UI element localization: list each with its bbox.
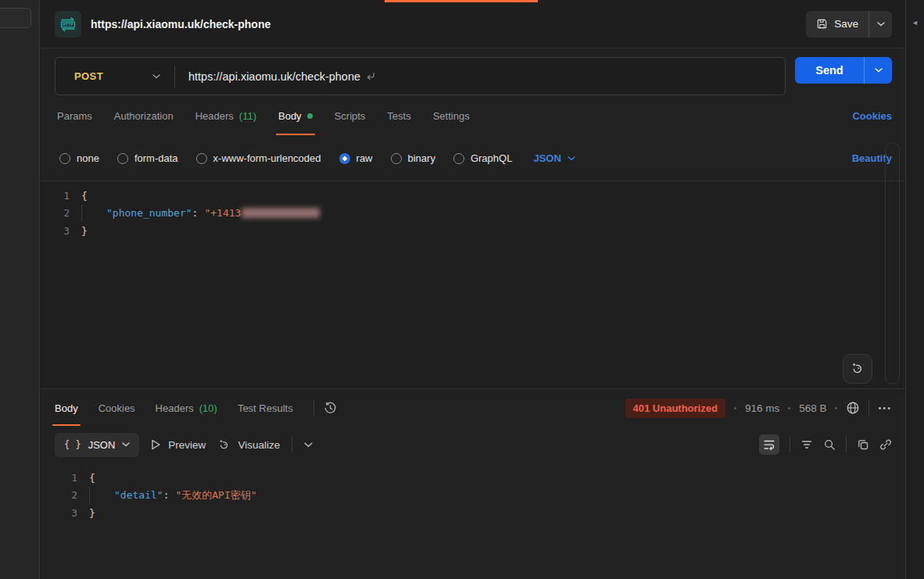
history-clock-icon	[324, 402, 337, 415]
postbot-button[interactable]	[843, 354, 872, 384]
radio-icon	[391, 153, 402, 164]
play-icon	[151, 439, 161, 450]
mode-form-data[interactable]: form-data	[117, 152, 178, 164]
send-options-caret[interactable]	[864, 57, 892, 84]
tab-tests[interactable]: Tests	[387, 95, 410, 136]
url-input-box: POST https://api.xiaomu.uk/check-phone	[55, 57, 786, 95]
body-mode-row: none form-data x-www-form-urlencoded raw…	[41, 136, 905, 180]
save-options-caret[interactable]	[868, 11, 892, 38]
link-button[interactable]	[879, 438, 892, 451]
more-actions-button[interactable]: •••	[878, 403, 892, 413]
redacted-phone-digits	[242, 208, 320, 218]
tab-params[interactable]: Params	[57, 95, 92, 136]
save-icon	[816, 18, 828, 30]
response-tab-headers[interactable]: Headers (10)	[156, 389, 217, 427]
request-tabs-bar: Params Authorization Headers (11) Body S…	[41, 95, 905, 136]
visualize-sparkle-icon	[217, 438, 231, 452]
mode-graphql[interactable]: GraphQL	[453, 152, 512, 164]
tab-settings[interactable]: Settings	[433, 95, 470, 136]
request-url-row: POST https://api.xiaomu.uk/check-phone S…	[41, 48, 905, 95]
request-header-bar: HTTP https://api.xiaomu.uk/check-phone S…	[41, 0, 905, 48]
chevron-down-icon	[152, 74, 160, 79]
response-history-button[interactable]	[324, 402, 337, 415]
save-button[interactable]: Save	[806, 11, 868, 38]
filter-button[interactable]	[800, 438, 813, 451]
response-headers-count-badge: (10)	[199, 402, 217, 414]
svg-text:HTTP: HTTP	[63, 22, 73, 27]
radio-icon	[196, 153, 207, 164]
body-modified-dot	[307, 113, 313, 119]
raw-language-select[interactable]: JSON	[533, 152, 575, 164]
mode-x-www-form-urlencoded[interactable]: x-www-form-urlencoded	[196, 152, 321, 164]
response-panel: Body Cookies Headers (10) Test Results 4…	[41, 388, 905, 579]
response-tabs-bar: Body Cookies Headers (10) Test Results 4…	[41, 389, 905, 427]
cookies-link[interactable]: Cookies	[852, 110, 892, 122]
status-badge[interactable]: 401 Unauthorized	[625, 399, 725, 418]
wrap-text-icon	[763, 438, 775, 451]
radio-icon	[453, 153, 464, 164]
code-line: 1 {	[41, 187, 905, 205]
filter-icon	[800, 438, 813, 451]
editor-scrollbar-track[interactable]	[885, 142, 900, 384]
wrap-text-button[interactable]	[759, 434, 779, 455]
response-body-editor[interactable]: 1 { 2 "detail" : "无效的API密钥" 3 }	[41, 463, 905, 579]
divider	[313, 400, 314, 416]
sidebar-collapsed-item[interactable]	[0, 8, 31, 28]
http-request-icon: HTTP	[55, 11, 81, 38]
response-tab-test-results[interactable]: Test Results	[238, 389, 293, 427]
chevron-down-icon	[122, 442, 130, 447]
left-sidebar-rail	[0, 0, 40, 579]
url-input[interactable]: https://api.xiaomu.uk/check-phone	[175, 70, 375, 83]
headers-count-badge: (11)	[239, 110, 256, 122]
separator-dot	[788, 407, 790, 409]
collapse-panel-arrow-icon[interactable]: ◄	[911, 19, 919, 27]
preview-button[interactable]: Preview	[151, 439, 206, 451]
mode-none[interactable]: none	[59, 152, 99, 164]
copy-button[interactable]	[857, 438, 869, 451]
json-key: "phone_number"	[106, 207, 192, 219]
chevron-down-icon	[568, 156, 575, 161]
json-key: "detail"	[114, 489, 163, 501]
divider	[790, 437, 790, 452]
mode-raw[interactable]: raw	[339, 152, 373, 164]
response-size[interactable]: 568 B	[799, 402, 826, 414]
active-window-tab-indicator	[385, 0, 538, 2]
network-info-button[interactable]	[846, 401, 860, 415]
mode-binary[interactable]: binary	[391, 152, 435, 164]
divider	[292, 437, 292, 452]
tab-authorization[interactable]: Authorization	[114, 95, 174, 136]
search-button[interactable]	[823, 438, 836, 451]
request-body-editor[interactable]: 1 { 2 "phone_number" : "+1413 3 }	[41, 180, 905, 388]
radio-selected-icon	[339, 153, 350, 164]
radio-icon	[117, 153, 128, 164]
tab-scripts[interactable]: Scripts	[335, 95, 366, 136]
radio-icon	[59, 153, 70, 164]
visualize-button[interactable]: Visualize	[217, 438, 280, 452]
response-view-caret[interactable]	[304, 442, 313, 448]
response-toolbar: { } JSON Preview Visualize	[41, 427, 905, 463]
json-value: "无效的API密钥"	[175, 488, 256, 502]
indent-guide	[89, 487, 90, 504]
response-tab-body[interactable]: Body	[55, 389, 78, 427]
globe-icon	[846, 401, 860, 415]
link-icon	[879, 438, 892, 451]
separator-dot	[835, 407, 837, 409]
tab-headers[interactable]: Headers (11)	[195, 95, 256, 136]
method-label: POST	[74, 70, 103, 82]
method-select[interactable]: POST	[56, 70, 174, 82]
code-line: 2 "phone_number" : "+1413	[41, 205, 905, 223]
divider	[868, 400, 869, 416]
response-format-select[interactable]: { } JSON	[55, 433, 139, 457]
indent-guide	[81, 205, 82, 222]
copy-icon	[857, 438, 869, 451]
code-line: 1 {	[41, 469, 905, 487]
save-split-button: Save	[806, 11, 892, 38]
url-value: https://api.xiaomu.uk/check-phone	[188, 70, 360, 83]
divider	[846, 437, 847, 452]
separator-dot	[734, 407, 736, 409]
right-sidebar-rail: ◄	[905, 0, 924, 579]
send-button[interactable]: Send	[795, 57, 864, 84]
tab-body[interactable]: Body	[278, 95, 313, 136]
response-time[interactable]: 916 ms	[745, 402, 779, 414]
response-tab-cookies[interactable]: Cookies	[98, 389, 135, 427]
